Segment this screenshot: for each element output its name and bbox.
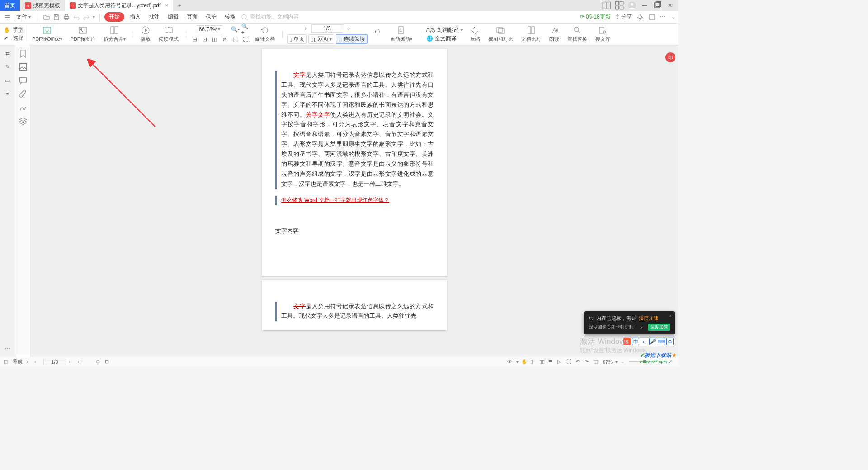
zoom-out-status-icon[interactable]: － xyxy=(620,359,627,365)
bookmark-icon[interactable] xyxy=(19,49,28,58)
gear-icon[interactable] xyxy=(637,14,644,21)
search-library[interactable]: 搜文库 xyxy=(593,26,613,42)
auto-scroll[interactable]: 自动滚动▾ xyxy=(387,26,415,42)
layers-icon[interactable] xyxy=(19,117,28,126)
file-menu[interactable]: 文件 ▾ xyxy=(14,12,33,22)
double-view-icon[interactable]: ▯▯ xyxy=(539,359,546,365)
ime-kbd-icon[interactable]: ⌨ xyxy=(658,338,665,345)
hand-status-icon[interactable]: ✋ xyxy=(521,359,528,365)
tab-home[interactable]: 首页 xyxy=(0,0,20,11)
menu-icon[interactable] xyxy=(4,14,11,21)
more-tools-icon[interactable]: ⋯ xyxy=(3,344,12,353)
new-tab-button[interactable]: ＋ xyxy=(173,0,186,11)
redo-icon[interactable] xyxy=(83,14,90,21)
rotate-left-icon[interactable]: ↶ xyxy=(576,359,582,365)
maximize-icon[interactable] xyxy=(653,1,662,10)
rotate-doc[interactable]: 旋转文档 xyxy=(252,26,278,42)
zoom-in-icon[interactable]: 🔍+ xyxy=(241,25,250,33)
convert-icon[interactable]: ⇄ xyxy=(3,49,12,58)
menu-edit[interactable]: 编辑 xyxy=(165,12,181,22)
menu-insert[interactable]: 插入 xyxy=(127,12,143,22)
prev-view[interactable]: ⭯ xyxy=(370,27,385,42)
accelerate-button[interactable]: 深度加速 xyxy=(648,324,670,331)
zoom-value[interactable]: 67% xyxy=(603,359,613,365)
chevron-down-icon[interactable]: ⌵ xyxy=(672,14,675,19)
single-view-icon[interactable]: ▯ xyxy=(530,359,537,365)
page-status-input[interactable]: 1/3 xyxy=(43,359,66,365)
page-input[interactable]: 1/3 xyxy=(311,24,343,33)
double-page[interactable]: ▯▯ 双页▾ xyxy=(308,34,334,44)
marquee-icon[interactable]: ⬚ xyxy=(231,35,240,43)
nav-label[interactable]: 导航 xyxy=(13,358,23,365)
read-mode[interactable]: 阅读模式 xyxy=(156,26,181,42)
document-viewport[interactable]: 印 保 文字是人类用符号记录表达信息以传之久远的方式和工具。现代文字大多是记录语… xyxy=(31,45,678,357)
snapshot-icon[interactable]: ⛶ xyxy=(241,35,250,43)
more-icon[interactable]: ⋯ xyxy=(660,14,667,21)
compress[interactable]: 压缩 xyxy=(467,26,483,42)
view2-icon[interactable]: ⊟ xyxy=(105,359,111,365)
eye-icon[interactable]: 👁 xyxy=(507,359,514,365)
fit-width-icon[interactable]: ⊟ xyxy=(191,35,199,43)
screenshot-compare[interactable]: 截图和对比 xyxy=(486,26,516,42)
zoom-out-icon[interactable]: 🔍- xyxy=(231,25,240,33)
zoom-area-icon[interactable]: ⧄ xyxy=(221,35,229,43)
tab-template[interactable]: D 找稻壳模板 xyxy=(20,0,65,11)
single-page[interactable]: ▯ 单页 xyxy=(287,34,307,44)
edit-text-icon[interactable]: ✎ xyxy=(3,62,12,71)
grid-icon[interactable] xyxy=(615,1,624,10)
minimize-icon[interactable]: — xyxy=(640,1,649,10)
pdf-to-office[interactable]: WPDF转Office▾ xyxy=(29,26,65,42)
close-icon[interactable]: × xyxy=(165,2,168,9)
menu-annotate[interactable]: 批注 xyxy=(146,12,162,22)
continuous-read[interactable]: ≣ 连续阅读 xyxy=(336,34,368,44)
layout-icon[interactable] xyxy=(602,1,611,10)
pdf-to-image[interactable]: PDF转图片 xyxy=(68,26,98,42)
prev-page-icon[interactable]: ‹ xyxy=(302,24,310,33)
hyperlink-text[interactable]: 怎么修改 Word 文档一打字就出现红色字体？ xyxy=(281,197,389,203)
open-icon[interactable] xyxy=(43,14,50,21)
undo-icon[interactable] xyxy=(73,14,80,21)
menu-start[interactable]: 开始 xyxy=(104,12,124,22)
panel-toggle-icon[interactable]: ◫ xyxy=(4,359,10,365)
cont-view-icon[interactable]: ≣ xyxy=(548,359,555,365)
fit-icon[interactable]: ⛶ xyxy=(566,359,573,365)
page-fit-icon[interactable]: ◫ xyxy=(594,359,600,365)
close-window-icon[interactable]: ✕ xyxy=(665,1,675,10)
view1-icon[interactable]: ⊕ xyxy=(96,359,102,365)
menu-page[interactable]: 页面 xyxy=(184,12,200,22)
share-button[interactable]: ⇪ 分享 xyxy=(615,13,632,21)
menu-protect[interactable]: 保护 xyxy=(203,12,219,22)
read-aloud[interactable]: A朗读 xyxy=(547,26,562,42)
menu-convert[interactable]: 转换 xyxy=(222,12,238,22)
rotate-right-icon[interactable]: ↷ xyxy=(585,359,591,365)
actual-size-icon[interactable]: ◫ xyxy=(211,35,219,43)
last-page-icon[interactable]: ›| xyxy=(78,359,84,365)
prev-page-status-icon[interactable]: ‹ xyxy=(34,359,41,365)
cloud-update[interactable]: ⟳ 05-18更新 xyxy=(580,13,611,21)
skin-icon[interactable] xyxy=(648,14,656,21)
thumbnail-icon[interactable] xyxy=(19,62,28,71)
play-status-icon[interactable]: ▷ xyxy=(557,359,564,365)
signature-icon[interactable] xyxy=(19,103,28,112)
first-page-icon[interactable]: |‹ xyxy=(25,359,32,365)
attachment-icon[interactable] xyxy=(19,89,28,99)
page-organize-icon[interactable]: ▭ xyxy=(3,76,12,85)
next-page-icon[interactable]: › xyxy=(345,24,353,33)
full-translate[interactable]: 🌐全文翻译 xyxy=(426,35,463,42)
zoom-combo[interactable]: 66.78%▾ xyxy=(196,25,224,33)
comment-icon[interactable] xyxy=(19,76,28,85)
search-box[interactable]: 查找功能、文档内容 xyxy=(241,13,577,21)
stamp-badge[interactable]: 印 xyxy=(665,52,675,62)
print-icon[interactable] xyxy=(63,14,70,21)
next-page-status-icon[interactable]: › xyxy=(69,359,75,365)
user-icon[interactable] xyxy=(627,1,637,10)
sign-icon[interactable]: ✒ xyxy=(3,89,12,99)
toast-close-icon[interactable]: × xyxy=(669,313,672,319)
find-replace[interactable]: 查找替换 xyxy=(565,26,590,42)
save-icon[interactable] xyxy=(53,14,60,21)
select-tool[interactable]: ⬈选择 xyxy=(4,34,24,42)
hand-tool[interactable]: ✋手型 xyxy=(4,26,24,34)
play-button[interactable]: 播放 xyxy=(138,26,153,42)
fit-page-icon[interactable]: ⊡ xyxy=(201,35,209,43)
file-compare[interactable]: 文档比对 xyxy=(519,26,544,42)
